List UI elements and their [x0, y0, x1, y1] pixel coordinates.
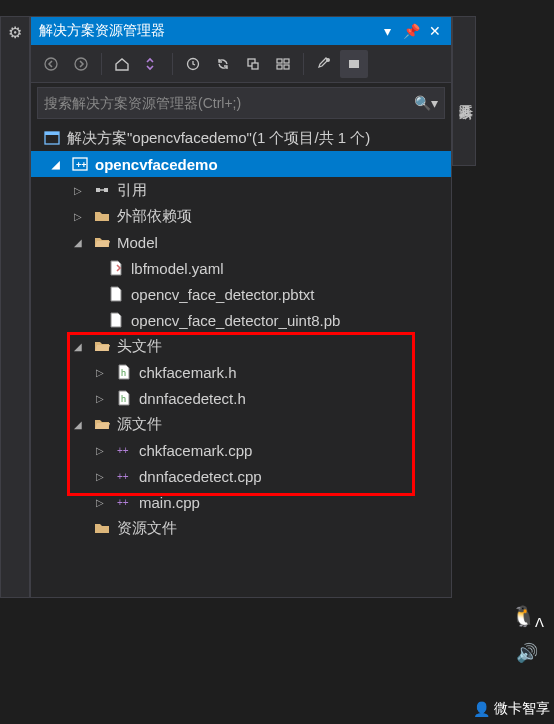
search-input[interactable] — [44, 95, 414, 111]
external-deps-node[interactable]: ▷ 外部依赖项 — [31, 203, 451, 229]
diagnostics-tab[interactable]: 诊断工具 — [452, 16, 476, 166]
left-sidebar: ⚙ — [0, 16, 30, 598]
pin-icon[interactable]: 📌 — [399, 23, 423, 39]
collapse-icon[interactable]: ◢ — [49, 159, 63, 170]
expand-icon[interactable]: ▷ — [93, 471, 107, 482]
svg-rect-5 — [277, 59, 282, 63]
file-icon — [107, 311, 125, 329]
file-node[interactable]: ▷ h chkfacemark.h — [31, 359, 451, 385]
folder-open-icon — [93, 415, 111, 433]
folder-resources[interactable]: 资源文件 — [31, 515, 451, 541]
file-node[interactable]: ▷ ++ chkfacemark.cpp — [31, 437, 451, 463]
history-icon[interactable] — [179, 50, 207, 78]
qq-icon[interactable]: 🐧 — [511, 604, 536, 628]
file-node[interactable]: ▷ ++ dnnfacedetect.cpp — [31, 463, 451, 489]
file-icon — [107, 285, 125, 303]
sync-icon[interactable] — [209, 50, 237, 78]
collapse-icon[interactable]: ◢ — [71, 419, 85, 430]
file-node[interactable]: ▷ ++ main.cpp — [31, 489, 451, 515]
folder-icon — [93, 207, 111, 225]
references-node[interactable]: ▷ 引用 — [31, 177, 451, 203]
collapse-icon[interactable]: ◢ — [71, 237, 85, 248]
svg-text:h: h — [121, 394, 126, 404]
folder-open-icon — [93, 233, 111, 251]
references-icon — [93, 181, 111, 199]
svg-point-1 — [75, 58, 87, 70]
folder-model[interactable]: ◢ Model — [31, 229, 451, 255]
scope-icon[interactable] — [239, 50, 267, 78]
volume-icon[interactable]: 🔊 — [516, 642, 538, 664]
collapse-icon[interactable]: ◢ — [71, 341, 85, 352]
svg-rect-16 — [104, 188, 108, 192]
expand-icon[interactable]: ▷ — [93, 445, 107, 456]
svg-text:++: ++ — [76, 160, 87, 170]
svg-point-0 — [45, 58, 57, 70]
tree-view: 解决方案"opencvfacedemo"(1 个项目/共 1 个) ◢ ++ o… — [31, 123, 451, 597]
panel-title: 解决方案资源管理器 — [39, 22, 165, 40]
settings-icon[interactable]: ⚙ — [8, 23, 22, 42]
preview-icon[interactable] — [340, 50, 368, 78]
file-node[interactable]: lbfmodel.yaml — [31, 255, 451, 281]
folder-sources[interactable]: ◢ 源文件 — [31, 411, 451, 437]
cpp-file-icon: ++ — [115, 441, 133, 459]
solution-icon — [43, 129, 61, 147]
folder-icon — [93, 519, 111, 537]
switch-views-icon[interactable] — [138, 50, 166, 78]
expand-icon[interactable]: ▷ — [93, 367, 107, 378]
svg-rect-4 — [252, 63, 258, 69]
expand-icon[interactable]: ▷ — [71, 185, 85, 196]
solution-node[interactable]: 解决方案"opencvfacedemo"(1 个项目/共 1 个) — [31, 125, 451, 151]
search-options-icon[interactable]: 🔍▾ — [414, 95, 438, 111]
svg-text:h: h — [121, 368, 126, 378]
svg-rect-7 — [277, 65, 282, 69]
folder-open-icon — [93, 337, 111, 355]
header-file-icon: h — [115, 363, 133, 381]
chevron-up-icon[interactable]: ᐱ — [535, 615, 544, 630]
cpp-file-icon: ++ — [115, 493, 133, 511]
svg-rect-12 — [45, 132, 59, 135]
project-node[interactable]: ◢ ++ opencvfacedemo — [31, 151, 451, 177]
file-icon — [107, 259, 125, 277]
toolbar — [31, 45, 451, 83]
show-all-icon[interactable] — [269, 50, 297, 78]
home-icon[interactable] — [108, 50, 136, 78]
solution-explorer-panel: 解决方案资源管理器 ▾ 📌 ✕ 🔍▾ 解决方案"opencvfacedemo"(… — [30, 16, 452, 598]
back-icon[interactable] — [37, 50, 65, 78]
search-bar[interactable]: 🔍▾ — [37, 87, 445, 119]
svg-text:++: ++ — [117, 445, 129, 456]
svg-rect-8 — [284, 65, 289, 69]
svg-rect-15 — [96, 188, 100, 192]
close-icon[interactable]: ✕ — [423, 23, 447, 39]
properties-icon[interactable] — [310, 50, 338, 78]
folder-headers[interactable]: ◢ 头文件 — [31, 333, 451, 359]
expand-icon[interactable]: ▷ — [71, 211, 85, 222]
svg-rect-10 — [349, 60, 359, 68]
svg-text:++: ++ — [117, 471, 129, 482]
svg-rect-6 — [284, 59, 289, 63]
header-file-icon: h — [115, 389, 133, 407]
cpp-file-icon: ++ — [115, 467, 133, 485]
file-node[interactable]: opencv_face_detector_uint8.pb — [31, 307, 451, 333]
svg-point-9 — [326, 58, 330, 62]
file-node[interactable]: opencv_face_detector.pbtxt — [31, 281, 451, 307]
expand-icon[interactable]: ▷ — [93, 497, 107, 508]
file-node[interactable]: ▷ h dnnfacedetect.h — [31, 385, 451, 411]
watermark: 👤 微卡智享 — [473, 700, 550, 718]
project-icon: ++ — [71, 155, 89, 173]
forward-icon[interactable] — [67, 50, 95, 78]
svg-text:++: ++ — [117, 497, 129, 508]
panel-titlebar: 解决方案资源管理器 ▾ 📌 ✕ — [31, 17, 451, 45]
expand-icon[interactable]: ▷ — [93, 393, 107, 404]
dropdown-icon[interactable]: ▾ — [375, 23, 399, 39]
